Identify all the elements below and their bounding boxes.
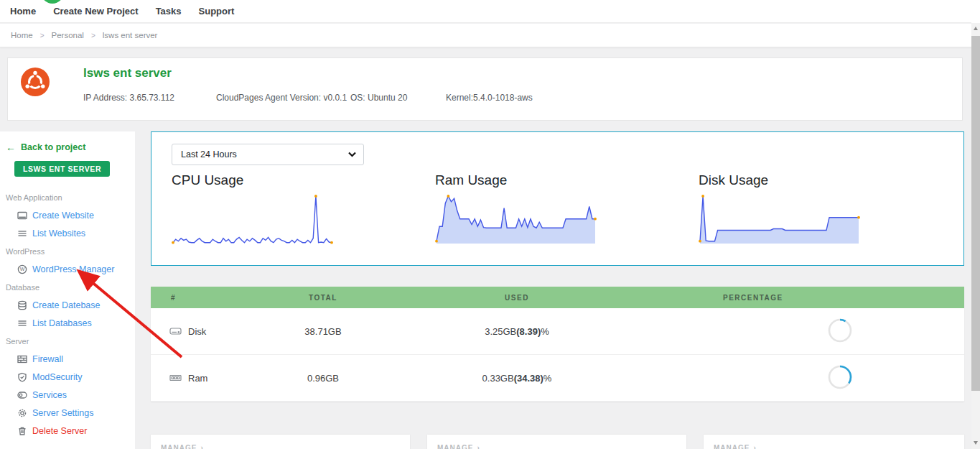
- services-icon: [17, 390, 27, 400]
- wordpress-icon: W: [17, 264, 27, 274]
- brand-logo: [41, 0, 64, 4]
- sidebar-item-label: List Websites: [32, 228, 85, 239]
- table-header: # TOTAL USED PERCENTAGE: [151, 287, 964, 308]
- server-os: OS: Ubuntu 20: [350, 93, 407, 103]
- breadcrumb-separator: >: [40, 32, 45, 40]
- column-header-used: USED: [388, 294, 646, 302]
- sidebar-item-create-database[interactable]: Create Datebase: [0, 296, 135, 314]
- section-label-server: Server: [0, 332, 135, 350]
- scrollbar-up-arrow[interactable]: [974, 27, 978, 30]
- sidebar-item-list-databases[interactable]: List Databases: [0, 314, 135, 332]
- breadcrumb: Home > Personal > lsws ent server: [0, 24, 971, 47]
- scrollbar-thumb[interactable]: [971, 36, 980, 391]
- chart-title-cpu: CPU Usage: [172, 172, 333, 188]
- sidebar-item-label: Services: [32, 390, 67, 400]
- row-label: Disk: [188, 326, 206, 337]
- server-name-button[interactable]: LSWS ENT SERVER: [14, 161, 110, 177]
- column-header-percentage: PERCENTAGE: [646, 294, 964, 302]
- section-label-web-application: Web Application: [0, 188, 135, 206]
- server-header-card: lsws ent server IP Address: 3.65.73.112 …: [7, 57, 963, 121]
- server-agent-version: CloudPages Agent Version: v0.0.1: [216, 93, 347, 103]
- manage-card-2: MANAGE›: [427, 435, 686, 449]
- disk-total: 38.71GB: [258, 326, 388, 337]
- scrollbar-top-gap: [971, 0, 980, 23]
- ram-usage-chart: Ram Usage: [435, 172, 597, 245]
- back-to-project-link[interactable]: ← Back to project: [6, 142, 135, 153]
- sidebar-item-label: Firewall: [32, 354, 63, 364]
- manage-link[interactable]: MANAGE›: [151, 435, 410, 449]
- chevron-right-icon: ›: [200, 444, 203, 449]
- manage-card-1: MANAGE›: [151, 435, 410, 449]
- sidebar-item-create-website[interactable]: Create Website: [0, 206, 135, 224]
- gear-icon: [17, 408, 27, 418]
- manage-link[interactable]: MANAGE›: [704, 435, 964, 449]
- ram-total: 0.96GB: [258, 373, 388, 384]
- disk-icon: [169, 325, 182, 337]
- shield-icon: [17, 372, 27, 382]
- sidebar-item-firewall[interactable]: Firewall: [0, 350, 135, 368]
- ram-icon: [169, 372, 182, 384]
- nav-tasks[interactable]: Tasks: [156, 6, 182, 17]
- manage-link[interactable]: MANAGE›: [427, 435, 686, 449]
- chevron-down-icon: [348, 152, 356, 157]
- breadcrumb-home[interactable]: Home: [11, 31, 33, 40]
- time-range-select[interactable]: Last 24 Hours: [172, 144, 364, 165]
- column-header-total: TOTAL: [258, 294, 388, 302]
- sidebar-item-label: Delete Server: [32, 426, 87, 436]
- ubuntu-logo-icon: [21, 68, 50, 96]
- nav-support[interactable]: Support: [199, 6, 235, 17]
- chevron-right-icon: ›: [753, 444, 756, 449]
- list-icon: [17, 318, 27, 328]
- disk-usage-sparkline: [699, 195, 860, 245]
- vertical-scrollbar[interactable]: [971, 0, 980, 449]
- sidebar-item-label: WordPress Manager: [32, 264, 114, 274]
- sidebar-item-wordpress-manager[interactable]: W WordPress Manager: [0, 260, 135, 278]
- resource-table: # TOTAL USED PERCENTAGE Disk 38.71GB 3.2…: [151, 287, 964, 402]
- breadcrumb-server[interactable]: lsws ent server: [103, 31, 158, 40]
- sidebar: ← Back to project LSWS ENT SERVER Web Ap…: [0, 131, 135, 449]
- cpu-usage-chart: CPU Usage: [172, 172, 333, 245]
- scrollbar-down-arrow[interactable]: [974, 441, 978, 445]
- trash-icon: [17, 426, 27, 436]
- nav-create-new-project[interactable]: Create New Project: [53, 6, 139, 17]
- table-row-disk: Disk 38.71GB 3.25GB(8.39)%: [151, 308, 964, 355]
- server-title: lsws ent server: [83, 66, 172, 80]
- column-header-hash: #: [151, 294, 258, 302]
- svg-text:W: W: [20, 267, 25, 272]
- browser-window-icon: [17, 210, 27, 221]
- row-label: Ram: [188, 373, 207, 384]
- sidebar-item-server-settings[interactable]: Server Settings: [0, 404, 135, 422]
- table-row-ram: Ram 0.96GB 0.33GB(34.38)%: [151, 355, 964, 402]
- section-label-database: Database: [0, 278, 135, 296]
- sidebar-item-label: Create Datebase: [32, 300, 101, 310]
- server-ip: IP Address: 3.65.73.112: [83, 93, 174, 103]
- disk-usage-chart: Disk Usage: [699, 172, 860, 245]
- sidebar-item-label: Create Website: [32, 210, 94, 221]
- disk-percentage-gauge: [827, 318, 853, 343]
- sidebar-item-label: List Databases: [32, 318, 92, 328]
- ram-used: 0.33GB(34.38)%: [388, 373, 646, 384]
- server-details: IP Address: 3.65.73.112 CloudPages Agent…: [83, 93, 909, 104]
- sidebar-item-label: Server Settings: [32, 408, 93, 418]
- sidebar-item-delete-server[interactable]: Delete Server: [0, 422, 135, 440]
- breadcrumb-separator: >: [91, 32, 95, 40]
- breadcrumb-personal[interactable]: Personal: [52, 31, 84, 40]
- database-icon: [17, 300, 27, 310]
- sidebar-menu: Web Application Create Website List Webs…: [0, 188, 135, 440]
- manage-card-3: MANAGE›: [704, 435, 964, 449]
- section-label-wordpress: WordPress: [0, 242, 135, 260]
- firewall-icon: [17, 354, 27, 364]
- cpu-usage-sparkline: [172, 195, 333, 245]
- nav-home[interactable]: Home: [10, 6, 36, 17]
- sidebar-item-services[interactable]: Services: [0, 386, 135, 404]
- chart-title-disk: Disk Usage: [699, 172, 860, 188]
- time-range-value: Last 24 Hours: [181, 149, 237, 159]
- chart-title-ram: Ram Usage: [435, 172, 597, 188]
- sidebar-item-list-websites[interactable]: List Websites: [0, 224, 135, 242]
- list-icon: [17, 228, 27, 239]
- top-nav: Home Create New Project Tasks Support: [0, 0, 971, 23]
- ram-percentage-gauge: [827, 364, 853, 390]
- server-kernel: Kernel:5.4.0-1018-aws: [446, 93, 533, 103]
- sidebar-item-modsecurity[interactable]: ModSecurity: [0, 368, 135, 386]
- chevron-right-icon: ›: [477, 444, 480, 449]
